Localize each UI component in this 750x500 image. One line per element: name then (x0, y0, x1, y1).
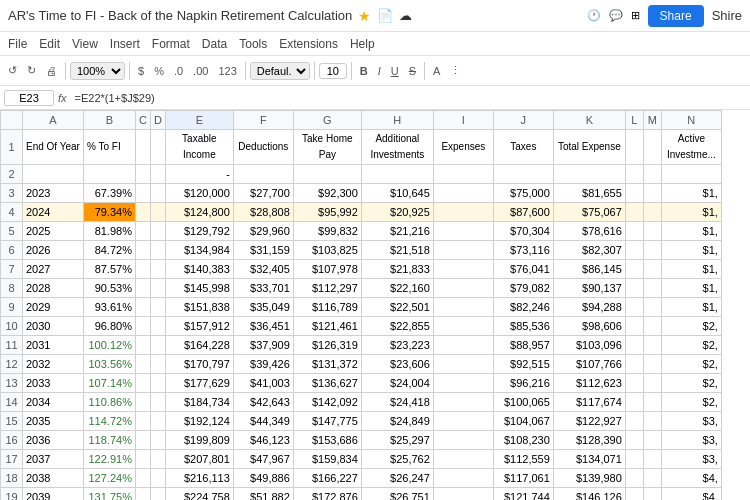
table-cell[interactable]: 3 (1, 184, 23, 203)
table-cell[interactable]: $82,246 (493, 298, 553, 317)
table-cell[interactable] (150, 336, 165, 355)
table-cell[interactable] (433, 450, 493, 469)
table-cell[interactable]: $136,627 (293, 374, 361, 393)
table-cell[interactable]: $1, (661, 184, 721, 203)
table-cell[interactable]: $41,003 (233, 374, 293, 393)
table-cell[interactable]: $20,925 (361, 203, 433, 222)
table-cell[interactable]: $78,616 (553, 222, 625, 241)
pct-fi-cell[interactable]: 84.72% (83, 241, 135, 260)
table-cell[interactable] (643, 412, 661, 431)
table-cell[interactable]: $107,766 (553, 355, 625, 374)
pct-fi-cell[interactable]: 107.14% (83, 374, 135, 393)
table-cell[interactable]: 2025 (23, 222, 84, 241)
table-cell[interactable] (643, 488, 661, 501)
taxable-income-cell[interactable]: $151,838 (165, 298, 233, 317)
table-cell[interactable]: $87,600 (493, 203, 553, 222)
pct-fi-cell[interactable]: 131.75% (83, 488, 135, 501)
table-cell[interactable]: 2024 (23, 203, 84, 222)
table-cell[interactable] (433, 374, 493, 393)
table-cell[interactable]: 2028 (23, 279, 84, 298)
table-cell[interactable]: 2030 (23, 317, 84, 336)
table-cell[interactable] (643, 222, 661, 241)
table-cell[interactable]: $99,832 (293, 222, 361, 241)
table-cell[interactable]: 11 (1, 336, 23, 355)
table-cell[interactable] (625, 260, 643, 279)
col-header-g[interactable]: G (293, 111, 361, 130)
table-cell[interactable] (433, 222, 493, 241)
taxable-income-cell[interactable]: $199,809 (165, 431, 233, 450)
table-cell[interactable]: 2 (1, 165, 23, 184)
table-cell[interactable]: $21,518 (361, 241, 433, 260)
table-cell[interactable] (150, 260, 165, 279)
cell-a1[interactable]: End Of Year (23, 130, 84, 165)
table-cell[interactable] (135, 374, 150, 393)
bold-button[interactable]: B (356, 63, 372, 79)
table-cell[interactable]: 14 (1, 393, 23, 412)
table-cell[interactable] (643, 355, 661, 374)
share-button[interactable]: Share (648, 5, 704, 27)
table-cell[interactable] (150, 241, 165, 260)
more-formats-button[interactable]: ⋮ (446, 62, 465, 79)
menu-tools[interactable]: Tools (239, 37, 267, 51)
cell-h1[interactable]: AdditionalInvestments (361, 130, 433, 165)
table-cell[interactable] (135, 279, 150, 298)
menu-data[interactable]: Data (202, 37, 227, 51)
table-cell[interactable]: $92,300 (293, 184, 361, 203)
table-cell[interactable] (433, 355, 493, 374)
table-cell[interactable]: 18 (1, 469, 23, 488)
table-cell[interactable] (150, 279, 165, 298)
taxable-income-cell[interactable]: $207,801 (165, 450, 233, 469)
format1-button[interactable]: .0 (170, 63, 187, 79)
table-cell[interactable]: $1, (661, 222, 721, 241)
underline-button[interactable]: U (387, 63, 403, 79)
table-cell[interactable]: 2027 (23, 260, 84, 279)
table-cell[interactable]: $27,700 (233, 184, 293, 203)
table-cell[interactable]: 5 (1, 222, 23, 241)
table-cell[interactable] (643, 165, 661, 184)
table-cell[interactable]: $25,762 (361, 450, 433, 469)
table-cell[interactable]: 15 (1, 412, 23, 431)
table-cell[interactable]: $159,834 (293, 450, 361, 469)
table-cell[interactable]: $131,372 (293, 355, 361, 374)
table-cell[interactable] (625, 279, 643, 298)
table-cell[interactable] (643, 374, 661, 393)
taxable-income-cell[interactable]: $177,629 (165, 374, 233, 393)
table-cell[interactable]: $121,744 (493, 488, 553, 501)
table-cell[interactable] (135, 355, 150, 374)
table-cell[interactable]: $3, (661, 431, 721, 450)
table-cell[interactable]: 2039 (23, 488, 84, 501)
pct-fi-cell[interactable]: 118.74% (83, 431, 135, 450)
table-cell[interactable] (150, 393, 165, 412)
taxable-income-cell[interactable]: $192,124 (165, 412, 233, 431)
menu-format[interactable]: Format (152, 37, 190, 51)
table-cell[interactable]: $73,116 (493, 241, 553, 260)
table-cell[interactable]: $92,515 (493, 355, 553, 374)
table-cell[interactable]: 4 (1, 203, 23, 222)
table-cell[interactable] (643, 450, 661, 469)
table-cell[interactable]: $100,065 (493, 393, 553, 412)
table-cell[interactable] (625, 450, 643, 469)
col-header-e[interactable]: E (165, 111, 233, 130)
table-cell[interactable]: $79,082 (493, 279, 553, 298)
table-cell[interactable]: $70,304 (493, 222, 553, 241)
pct-fi-cell[interactable]: 67.39% (83, 184, 135, 203)
menu-help[interactable]: Help (350, 37, 375, 51)
table-cell[interactable] (150, 374, 165, 393)
table-cell[interactable]: $39,426 (233, 355, 293, 374)
table-cell[interactable] (643, 203, 661, 222)
table-cell[interactable]: $2, (661, 393, 721, 412)
table-cell[interactable]: 8 (1, 279, 23, 298)
table-cell[interactable] (135, 184, 150, 203)
table-cell[interactable]: $166,227 (293, 469, 361, 488)
table-cell[interactable]: $116,789 (293, 298, 361, 317)
table-cell[interactable]: $24,849 (361, 412, 433, 431)
comments-icon[interactable]: 💬 (609, 9, 623, 22)
table-cell[interactable]: $49,886 (233, 469, 293, 488)
table-cell[interactable] (135, 393, 150, 412)
table-cell[interactable] (433, 469, 493, 488)
col-header-d[interactable]: D (150, 111, 165, 130)
table-cell[interactable] (150, 412, 165, 431)
table-cell[interactable] (643, 336, 661, 355)
table-cell[interactable]: $31,159 (233, 241, 293, 260)
table-cell[interactable]: $98,606 (553, 317, 625, 336)
